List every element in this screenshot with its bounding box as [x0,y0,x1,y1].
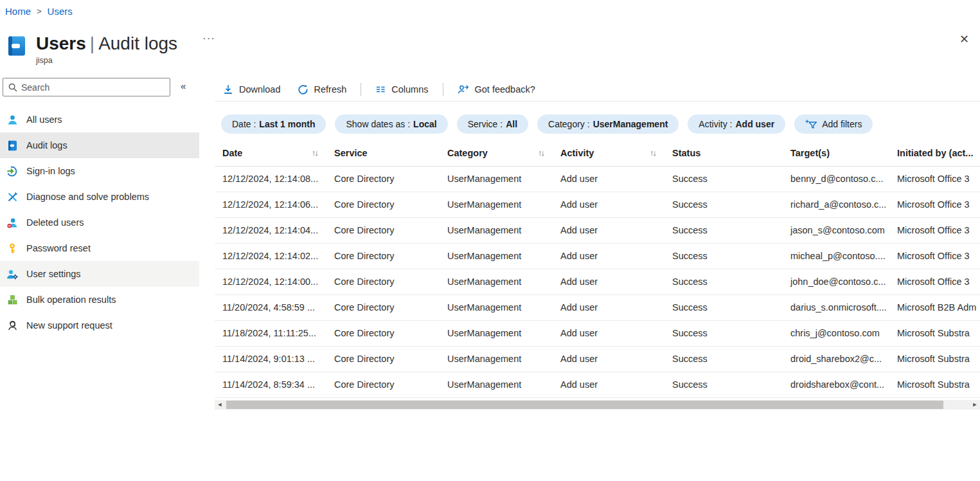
breadcrumb: Home > Users [5,6,73,17]
download-icon [223,84,233,95]
table-row[interactable]: 12/12/2024, 12:14:02... Core Directory U… [215,243,980,269]
refresh-button[interactable]: Refresh [298,84,347,95]
scrollbar-track[interactable] [225,400,970,410]
cell-status: Success [664,166,783,192]
cell-targets: john_doe@contoso.c... [783,269,889,295]
cell-service: Core Directory [326,320,440,346]
scroll-right-icon[interactable]: ► [970,401,980,408]
column-header-category[interactable]: Category↑↓ [440,140,553,166]
cell-category: UserManagement [440,320,553,346]
scrollbar-thumb[interactable] [226,401,943,409]
sidebar-item-diagnose[interactable]: Diagnose and solve problems [0,184,199,210]
sidebar-item-user-settings[interactable]: User settings [0,261,199,287]
cell-date: 12/12/2024, 12:14:08... [215,166,326,192]
collapse-sidebar-icon[interactable]: « [181,80,186,91]
breadcrumb-users-link[interactable]: Users [48,6,73,17]
sidebar-item-password-reset[interactable]: Password reset [0,235,199,261]
columns-button[interactable]: Columns [375,84,428,95]
cell-service: Core Directory [326,217,440,243]
breadcrumb-home-link[interactable]: Home [5,6,31,17]
audit-logs-page: Home > Users Users|Audit logs jispa ··· … [0,0,980,481]
sidebar-nav: All users Audit logs Sign-in logs Diagno… [0,107,199,338]
sidebar-search [3,78,170,96]
deleted-user-icon [6,217,18,228]
cell-category: UserManagement [440,166,553,192]
cell-status: Success [664,269,783,295]
page-header: Users|Audit logs jispa [6,33,177,65]
column-header-status[interactable]: Status [664,140,783,166]
sidebar-item-sign-in-logs[interactable]: Sign-in logs [0,158,199,184]
cell-service: Core Directory [326,192,440,217]
cell-status: Success [664,243,783,269]
cell-service: Core Directory [326,295,440,320]
toolbar-divider [361,83,361,96]
sidebar-item-audit-logs[interactable]: Audit logs [0,132,199,158]
table-header-row: Date↑↓ Service Category↑↓ Activity↑↓ Sta… [215,140,980,166]
sidebar-item-new-support-request[interactable]: New support request [0,313,199,338]
cell-category: UserManagement [440,295,553,320]
table-row[interactable]: 12/12/2024, 12:14:06... Core Directory U… [215,192,980,217]
sidebar-item-all-users[interactable]: All users [0,107,199,132]
filter-pill-show-dates-as[interactable]: Show dates as : Local [335,114,447,134]
column-header-date[interactable]: Date↑↓ [215,140,326,166]
cell-service: Core Directory [326,346,440,372]
column-header-activity[interactable]: Activity↑↓ [553,140,664,166]
sidebar-item-deleted-users[interactable]: Deleted users [0,210,199,235]
user-icon [6,114,18,125]
cell-targets: jason_s@contoso.com [783,217,889,243]
cell-category: UserManagement [440,372,553,397]
filter-pill-date[interactable]: Date : Last 1 month [221,114,326,134]
table-row[interactable]: 11/18/2024, 11:11:25... Core Directory U… [215,320,980,346]
feedback-button[interactable]: Got feedback? [458,84,535,95]
user-gear-icon [6,268,18,280]
table-row[interactable]: 12/12/2024, 12:14:08... Core Directory U… [215,166,980,192]
cell-initiated-by: Microsoft Office 3 [889,217,980,243]
horizontal-scrollbar[interactable]: ◄ ► [215,400,980,410]
cell-date: 12/12/2024, 12:14:06... [215,192,326,217]
column-header-service[interactable]: Service [326,140,440,166]
cell-targets: richard_a@contoso.c... [783,192,889,217]
sidebar-item-bulk-results[interactable]: Bulk operation results [0,287,199,313]
add-filters-button[interactable]: Add filters [794,114,873,134]
cell-initiated-by: Microsoft Office 3 [889,166,980,192]
filter-pill-activity[interactable]: Activity : Add user [688,114,785,134]
cubes-icon [6,294,18,305]
download-button[interactable]: Download [223,84,281,95]
table-row[interactable]: 11/20/2024, 4:58:59 ... Core Directory U… [215,295,980,320]
cell-activity: Add user [553,320,664,346]
search-input[interactable] [21,79,168,95]
tools-icon [6,191,18,203]
more-actions-icon[interactable]: ··· [202,32,215,45]
cell-activity: Add user [553,295,664,320]
cell-service: Core Directory [326,269,440,295]
breadcrumb-chevron-icon: > [37,6,42,16]
filter-pill-category[interactable]: Category : UserManagement [537,114,679,134]
toolbar: Download Refresh Columns Got feedback? [215,78,980,102]
sidebar: « All users Audit logs Sign-in logs [0,78,199,338]
filter-pill-service[interactable]: Service : All [457,114,528,134]
cell-status: Success [664,320,783,346]
table-row[interactable]: 11/14/2024, 8:59:34 ... Core Directory U… [215,372,980,397]
cell-activity: Add user [553,372,664,397]
column-header-targets[interactable]: Target(s) [783,140,889,166]
close-icon[interactable]: ✕ [959,32,969,46]
sort-icon[interactable]: ↑↓ [650,148,655,158]
column-header-initiated-by[interactable]: Initiated by (act... [889,140,980,166]
cell-targets: droid_sharebox2@c... [783,346,889,372]
cell-date: 11/14/2024, 8:59:34 ... [215,372,326,397]
cell-status: Success [664,295,783,320]
cell-activity: Add user [553,243,664,269]
cell-activity: Add user [553,269,664,295]
table-row[interactable]: 11/14/2024, 9:01:13 ... Core Directory U… [215,346,980,372]
cell-initiated-by: Microsoft Office 3 [889,192,980,217]
sort-icon[interactable]: ↑↓ [538,148,544,158]
table-row[interactable]: 12/12/2024, 12:14:04... Core Directory U… [215,217,980,243]
sort-icon[interactable]: ↑↓ [312,148,317,158]
cell-date: 11/18/2024, 11:11:25... [215,320,326,346]
search-icon [8,82,18,93]
scroll-left-icon[interactable]: ◄ [215,401,225,408]
table-row[interactable]: 12/12/2024, 12:14:00... Core Directory U… [215,269,980,295]
cell-category: UserManagement [440,217,553,243]
cell-activity: Add user [553,217,664,243]
cell-category: UserManagement [440,346,553,372]
